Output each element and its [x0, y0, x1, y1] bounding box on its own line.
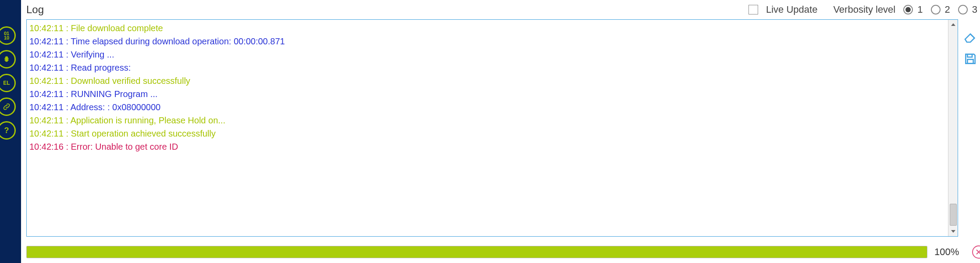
scroll-track[interactable] — [950, 29, 957, 227]
log-content[interactable]: 10:42:11 : File download complete10:42:1… — [27, 20, 948, 236]
close-icon — [976, 249, 980, 255]
live-update-label: Live Update — [766, 4, 817, 15]
log-header: Log Live Update Verbosity level 1 2 3 — [26, 0, 980, 19]
progress-label: 100% — [934, 246, 965, 258]
help-icon[interactable]: ? — [0, 121, 16, 140]
verbosity-3-group: 3 — [958, 4, 977, 15]
verbosity-option-3: 3 — [972, 4, 977, 15]
log-line: 10:42:11 : Download verified successfull… — [29, 74, 945, 87]
chevron-up-icon — [951, 23, 955, 26]
log-scrollbar — [948, 20, 958, 236]
log-wrap: 10:42:11 : File download complete10:42:1… — [26, 19, 980, 237]
verbosity-radio-1[interactable] — [903, 5, 913, 14]
erase-icon[interactable] — [962, 29, 978, 45]
log-line: 10:42:11 : Time elapsed during download … — [29, 35, 945, 48]
progress-fill — [27, 246, 927, 258]
log-action-icons — [961, 19, 980, 237]
panel-title: Log — [26, 4, 741, 16]
verbosity-option-1: 1 — [917, 4, 923, 15]
log-line: 10:42:11 : Read progress: — [29, 61, 945, 74]
verbosity-label: Verbosity level — [833, 4, 895, 15]
log-line: 10:42:11 : Address: : 0x08000000 — [29, 101, 945, 114]
el-icon[interactable]: EL — [0, 74, 16, 92]
verbosity-radio-3[interactable] — [958, 5, 968, 14]
binary-icon[interactable]: 0110 — [0, 26, 16, 45]
log-line: 10:42:11 : File download complete — [29, 22, 945, 35]
link-icon[interactable] — [0, 97, 16, 116]
log-box: 10:42:11 : File download complete10:42:1… — [26, 19, 958, 237]
cancel-button[interactable] — [972, 245, 980, 259]
sidebar: 0110 EL ? — [0, 0, 21, 263]
verbosity-2-group: 2 — [931, 4, 950, 15]
log-line: 10:42:11 : Application is running, Pleas… — [29, 114, 945, 127]
svg-rect-1 — [967, 59, 973, 63]
save-icon[interactable] — [962, 51, 978, 67]
verbosity-radio-2[interactable] — [931, 5, 941, 14]
log-line: 10:42:16 : Error: Unable to get core ID — [29, 140, 945, 153]
progress-row: 100% — [26, 237, 980, 259]
scroll-up-button[interactable] — [948, 20, 958, 29]
svg-rect-0 — [967, 54, 972, 57]
main-panel: Log Live Update Verbosity level 1 2 3 10… — [21, 0, 980, 263]
verbosity-option-2: 2 — [945, 4, 950, 15]
progress-bar — [26, 246, 927, 258]
log-line: 10:42:11 : RUNNING Program ... — [29, 87, 945, 101]
scroll-thumb[interactable] — [950, 204, 957, 226]
chevron-down-icon — [951, 230, 955, 233]
log-line: 10:42:11 : Start operation achieved succ… — [29, 127, 945, 140]
verbosity-1-group: 1 — [903, 4, 923, 15]
bug-icon[interactable] — [0, 50, 16, 68]
live-update-checkbox[interactable] — [748, 5, 758, 14]
log-line: 10:42:11 : Verifying ... — [29, 48, 945, 61]
scroll-down-button[interactable] — [948, 227, 958, 236]
